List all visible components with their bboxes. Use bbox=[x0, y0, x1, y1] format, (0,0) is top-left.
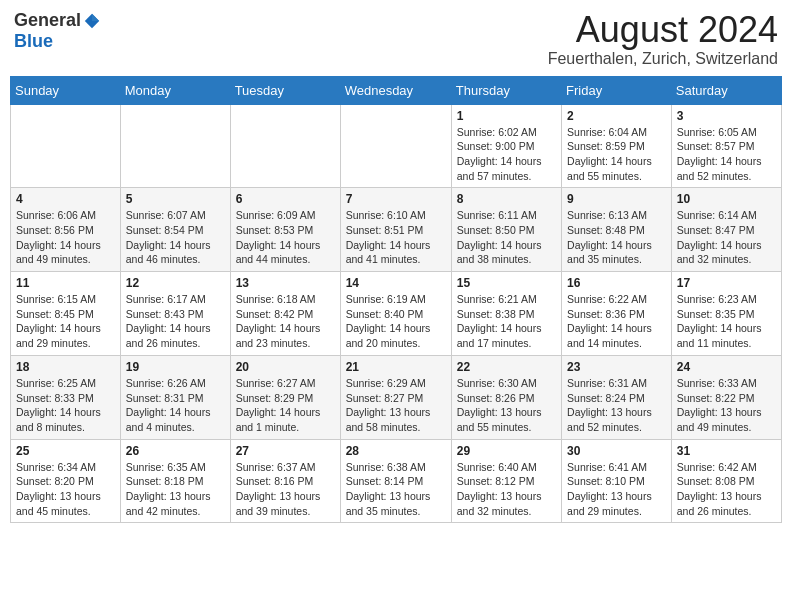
calendar-cell: 19Sunrise: 6:26 AM Sunset: 8:31 PM Dayli… bbox=[120, 355, 230, 439]
calendar-cell: 1Sunrise: 6:02 AM Sunset: 9:00 PM Daylig… bbox=[451, 104, 561, 188]
calendar-cell: 13Sunrise: 6:18 AM Sunset: 8:42 PM Dayli… bbox=[230, 272, 340, 356]
day-number: 15 bbox=[457, 276, 556, 290]
day-number: 26 bbox=[126, 444, 225, 458]
calendar-week-row: 18Sunrise: 6:25 AM Sunset: 8:33 PM Dayli… bbox=[11, 355, 782, 439]
day-info: Sunrise: 6:27 AM Sunset: 8:29 PM Dayligh… bbox=[236, 376, 335, 435]
day-number: 5 bbox=[126, 192, 225, 206]
calendar-cell: 4Sunrise: 6:06 AM Sunset: 8:56 PM Daylig… bbox=[11, 188, 121, 272]
calendar-cell bbox=[120, 104, 230, 188]
logo-icon bbox=[83, 12, 101, 30]
calendar-cell: 6Sunrise: 6:09 AM Sunset: 8:53 PM Daylig… bbox=[230, 188, 340, 272]
day-number: 14 bbox=[346, 276, 446, 290]
day-info: Sunrise: 6:06 AM Sunset: 8:56 PM Dayligh… bbox=[16, 208, 115, 267]
day-info: Sunrise: 6:34 AM Sunset: 8:20 PM Dayligh… bbox=[16, 460, 115, 519]
calendar-cell: 8Sunrise: 6:11 AM Sunset: 8:50 PM Daylig… bbox=[451, 188, 561, 272]
calendar-week-row: 4Sunrise: 6:06 AM Sunset: 8:56 PM Daylig… bbox=[11, 188, 782, 272]
day-number: 8 bbox=[457, 192, 556, 206]
day-info: Sunrise: 6:26 AM Sunset: 8:31 PM Dayligh… bbox=[126, 376, 225, 435]
day-number: 19 bbox=[126, 360, 225, 374]
weekday-header-tuesday: Tuesday bbox=[230, 76, 340, 104]
calendar-cell: 27Sunrise: 6:37 AM Sunset: 8:16 PM Dayli… bbox=[230, 439, 340, 523]
header: General Blue August 2024 Feuerthalen, Zu… bbox=[10, 10, 782, 68]
day-number: 16 bbox=[567, 276, 666, 290]
calendar-week-row: 1Sunrise: 6:02 AM Sunset: 9:00 PM Daylig… bbox=[11, 104, 782, 188]
day-number: 9 bbox=[567, 192, 666, 206]
day-number: 27 bbox=[236, 444, 335, 458]
day-info: Sunrise: 6:37 AM Sunset: 8:16 PM Dayligh… bbox=[236, 460, 335, 519]
day-number: 12 bbox=[126, 276, 225, 290]
day-number: 1 bbox=[457, 109, 556, 123]
day-number: 30 bbox=[567, 444, 666, 458]
logo: General Blue bbox=[14, 10, 101, 52]
day-number: 17 bbox=[677, 276, 776, 290]
day-info: Sunrise: 6:11 AM Sunset: 8:50 PM Dayligh… bbox=[457, 208, 556, 267]
day-info: Sunrise: 6:35 AM Sunset: 8:18 PM Dayligh… bbox=[126, 460, 225, 519]
calendar-cell: 20Sunrise: 6:27 AM Sunset: 8:29 PM Dayli… bbox=[230, 355, 340, 439]
calendar-cell: 17Sunrise: 6:23 AM Sunset: 8:35 PM Dayli… bbox=[671, 272, 781, 356]
day-info: Sunrise: 6:31 AM Sunset: 8:24 PM Dayligh… bbox=[567, 376, 666, 435]
calendar-cell bbox=[11, 104, 121, 188]
day-number: 24 bbox=[677, 360, 776, 374]
day-number: 10 bbox=[677, 192, 776, 206]
weekday-header-thursday: Thursday bbox=[451, 76, 561, 104]
title-area: August 2024 Feuerthalen, Zurich, Switzer… bbox=[548, 10, 778, 68]
calendar-cell: 25Sunrise: 6:34 AM Sunset: 8:20 PM Dayli… bbox=[11, 439, 121, 523]
day-number: 4 bbox=[16, 192, 115, 206]
day-info: Sunrise: 6:25 AM Sunset: 8:33 PM Dayligh… bbox=[16, 376, 115, 435]
day-info: Sunrise: 6:07 AM Sunset: 8:54 PM Dayligh… bbox=[126, 208, 225, 267]
day-number: 3 bbox=[677, 109, 776, 123]
weekday-header-monday: Monday bbox=[120, 76, 230, 104]
calendar-cell: 26Sunrise: 6:35 AM Sunset: 8:18 PM Dayli… bbox=[120, 439, 230, 523]
day-number: 29 bbox=[457, 444, 556, 458]
calendar-cell: 10Sunrise: 6:14 AM Sunset: 8:47 PM Dayli… bbox=[671, 188, 781, 272]
calendar-cell: 22Sunrise: 6:30 AM Sunset: 8:26 PM Dayli… bbox=[451, 355, 561, 439]
calendar-cell: 9Sunrise: 6:13 AM Sunset: 8:48 PM Daylig… bbox=[562, 188, 672, 272]
day-number: 22 bbox=[457, 360, 556, 374]
calendar-cell: 15Sunrise: 6:21 AM Sunset: 8:38 PM Dayli… bbox=[451, 272, 561, 356]
calendar-cell: 24Sunrise: 6:33 AM Sunset: 8:22 PM Dayli… bbox=[671, 355, 781, 439]
day-info: Sunrise: 6:10 AM Sunset: 8:51 PM Dayligh… bbox=[346, 208, 446, 267]
day-number: 11 bbox=[16, 276, 115, 290]
day-info: Sunrise: 6:33 AM Sunset: 8:22 PM Dayligh… bbox=[677, 376, 776, 435]
calendar-cell: 18Sunrise: 6:25 AM Sunset: 8:33 PM Dayli… bbox=[11, 355, 121, 439]
day-info: Sunrise: 6:17 AM Sunset: 8:43 PM Dayligh… bbox=[126, 292, 225, 351]
day-info: Sunrise: 6:29 AM Sunset: 8:27 PM Dayligh… bbox=[346, 376, 446, 435]
day-info: Sunrise: 6:19 AM Sunset: 8:40 PM Dayligh… bbox=[346, 292, 446, 351]
svg-marker-1 bbox=[92, 13, 99, 20]
calendar-cell bbox=[340, 104, 451, 188]
calendar-cell: 23Sunrise: 6:31 AM Sunset: 8:24 PM Dayli… bbox=[562, 355, 672, 439]
calendar-cell: 29Sunrise: 6:40 AM Sunset: 8:12 PM Dayli… bbox=[451, 439, 561, 523]
day-info: Sunrise: 6:02 AM Sunset: 9:00 PM Dayligh… bbox=[457, 125, 556, 184]
calendar-week-row: 11Sunrise: 6:15 AM Sunset: 8:45 PM Dayli… bbox=[11, 272, 782, 356]
day-info: Sunrise: 6:38 AM Sunset: 8:14 PM Dayligh… bbox=[346, 460, 446, 519]
calendar-cell: 7Sunrise: 6:10 AM Sunset: 8:51 PM Daylig… bbox=[340, 188, 451, 272]
day-number: 21 bbox=[346, 360, 446, 374]
day-number: 7 bbox=[346, 192, 446, 206]
day-number: 18 bbox=[16, 360, 115, 374]
day-info: Sunrise: 6:09 AM Sunset: 8:53 PM Dayligh… bbox=[236, 208, 335, 267]
day-info: Sunrise: 6:15 AM Sunset: 8:45 PM Dayligh… bbox=[16, 292, 115, 351]
day-info: Sunrise: 6:42 AM Sunset: 8:08 PM Dayligh… bbox=[677, 460, 776, 519]
logo-blue-text: Blue bbox=[14, 31, 53, 52]
weekday-header-friday: Friday bbox=[562, 76, 672, 104]
calendar-cell: 30Sunrise: 6:41 AM Sunset: 8:10 PM Dayli… bbox=[562, 439, 672, 523]
day-number: 31 bbox=[677, 444, 776, 458]
calendar-cell: 2Sunrise: 6:04 AM Sunset: 8:59 PM Daylig… bbox=[562, 104, 672, 188]
day-number: 6 bbox=[236, 192, 335, 206]
month-year-title: August 2024 bbox=[548, 10, 778, 50]
weekday-header-wednesday: Wednesday bbox=[340, 76, 451, 104]
calendar-table: SundayMondayTuesdayWednesdayThursdayFrid… bbox=[10, 76, 782, 524]
calendar-cell: 11Sunrise: 6:15 AM Sunset: 8:45 PM Dayli… bbox=[11, 272, 121, 356]
calendar-cell: 3Sunrise: 6:05 AM Sunset: 8:57 PM Daylig… bbox=[671, 104, 781, 188]
day-info: Sunrise: 6:05 AM Sunset: 8:57 PM Dayligh… bbox=[677, 125, 776, 184]
day-number: 23 bbox=[567, 360, 666, 374]
weekday-header-sunday: Sunday bbox=[11, 76, 121, 104]
calendar-cell: 28Sunrise: 6:38 AM Sunset: 8:14 PM Dayli… bbox=[340, 439, 451, 523]
day-number: 28 bbox=[346, 444, 446, 458]
day-info: Sunrise: 6:40 AM Sunset: 8:12 PM Dayligh… bbox=[457, 460, 556, 519]
calendar-cell: 14Sunrise: 6:19 AM Sunset: 8:40 PM Dayli… bbox=[340, 272, 451, 356]
weekday-header-row: SundayMondayTuesdayWednesdayThursdayFrid… bbox=[11, 76, 782, 104]
day-info: Sunrise: 6:22 AM Sunset: 8:36 PM Dayligh… bbox=[567, 292, 666, 351]
calendar-cell: 12Sunrise: 6:17 AM Sunset: 8:43 PM Dayli… bbox=[120, 272, 230, 356]
calendar-cell: 21Sunrise: 6:29 AM Sunset: 8:27 PM Dayli… bbox=[340, 355, 451, 439]
